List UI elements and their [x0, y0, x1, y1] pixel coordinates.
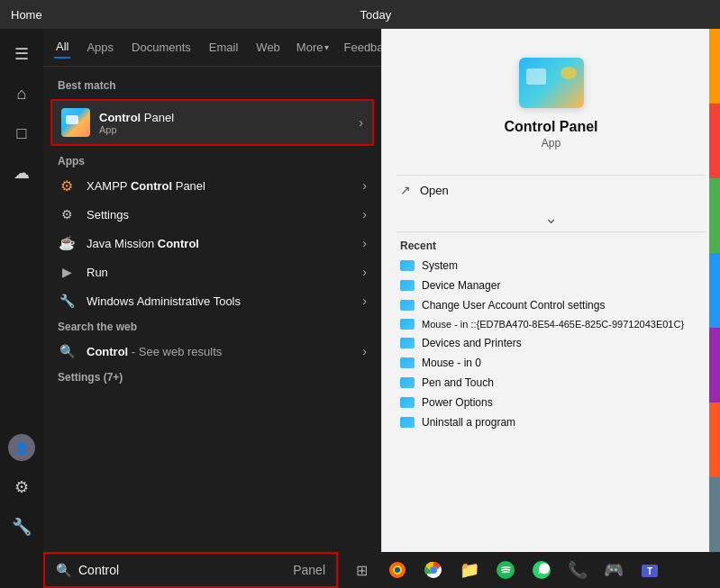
list-item[interactable]: Uninstall a program [400, 412, 702, 432]
xampp-icon: ⚙ [58, 176, 76, 194]
recent-icon [400, 377, 415, 388]
list-item[interactable]: Mouse - in 0 [400, 353, 702, 373]
sidebar-gear-icon[interactable]: ⚙ [4, 469, 40, 505]
best-match-label: Best match [43, 74, 381, 95]
recent-device-manager: Device Manager [422, 279, 702, 292]
settings-name: Settings [87, 208, 362, 222]
recent-section: Recent System Device Manager Change User… [382, 232, 720, 436]
best-match-text: Control Panel App [99, 111, 359, 135]
tab-apps[interactable]: Apps [85, 37, 115, 58]
top-bar-center: Today [360, 8, 391, 22]
java-arrow: › [362, 236, 367, 250]
main-container: ☰ ⌂ □ ☁ 👤 ⚙ 🔧 All Apps Documents Email W… [0, 29, 720, 588]
tab-documents[interactable]: Documents [130, 37, 193, 58]
list-item[interactable]: Device Manager [400, 276, 702, 295]
taskbar-firefox-icon[interactable] [381, 554, 414, 586]
control-panel-icon [61, 108, 90, 137]
apps-section-label: Apps [43, 149, 381, 171]
list-item[interactable]: ▶ Run › [43, 258, 381, 286]
run-icon: ▶ [58, 263, 76, 281]
open-label: Open [420, 184, 449, 197]
list-item[interactable]: Mouse - in ::{ED7BA470-8E54-465E-825C-99… [400, 315, 702, 333]
search-icon: 🔍 [56, 563, 71, 577]
tag-strip [709, 29, 720, 552]
search-input[interactable] [78, 563, 286, 577]
search-web-icon: 🔍 [58, 342, 76, 360]
top-bar-left: Home [11, 8, 42, 22]
best-match-arrow: › [359, 115, 363, 130]
list-item[interactable]: ⚙ XAMPP Control Panel › [43, 171, 381, 200]
list-item[interactable]: Pen and Touch [400, 373, 702, 393]
open-icon: ↗ [400, 183, 411, 197]
admin-tools-text: Windows Administrative Tools [87, 294, 362, 308]
taskbar-task-view-icon[interactable]: ⊞ [345, 554, 378, 586]
tab-more-label: More [296, 41, 324, 54]
tag-grey [709, 477, 720, 552]
run-text: Run [87, 266, 362, 279]
taskbar-explorer-icon[interactable]: 📁 [453, 554, 486, 586]
sidebar-home-icon[interactable]: ⌂ [4, 76, 40, 112]
list-item[interactable]: Devices and Printers [400, 333, 702, 353]
right-panel-title: Control Panel [504, 119, 597, 135]
sidebar-avatar[interactable]: 👤 [4, 430, 40, 466]
web-search-arrow: › [362, 344, 367, 358]
start-menu: All Apps Documents Email Web More ▾ Feed… [43, 29, 381, 588]
xampp-text: XAMPP Control Panel [87, 179, 362, 193]
web-search-text: Control - See web results [87, 345, 362, 358]
recent-uninstall: Uninstall a program [422, 416, 702, 429]
sidebar: ☰ ⌂ □ ☁ 👤 ⚙ 🔧 [0, 29, 43, 588]
settings-icon: ⚙ [58, 205, 76, 223]
sidebar-document-icon[interactable]: □ [4, 115, 40, 151]
tab-web[interactable]: Web [254, 37, 282, 58]
settings-arrow: › [362, 207, 367, 222]
taskbar-phone-icon[interactable]: 📞 [561, 554, 594, 586]
best-match-name: Control Panel [99, 111, 359, 124]
recent-icon [400, 319, 415, 330]
list-item[interactable]: Power Options [400, 393, 702, 412]
list-item[interactable]: ☕ Java Mission Control › [43, 229, 381, 258]
tag-deep-orange [709, 403, 720, 477]
svg-point-4 [430, 566, 437, 574]
tab-email[interactable]: Email [207, 37, 241, 58]
run-arrow: › [362, 265, 367, 279]
best-match-item[interactable]: Control Panel App › [50, 99, 374, 146]
sidebar-cloud-icon[interactable]: ☁ [4, 155, 40, 191]
recent-power-options: Power Options [422, 396, 702, 409]
chevron-down-icon: ⌄ [544, 208, 558, 228]
tab-more[interactable]: More ▾ [296, 41, 330, 54]
sidebar-tools-icon[interactable]: 🔧 [4, 509, 40, 545]
expand-button[interactable]: ⌄ [382, 204, 720, 231]
taskbar-game-icon[interactable]: 🎮 [597, 554, 630, 586]
list-item[interactable]: ⚙ Settings › [43, 200, 381, 229]
best-match-rest: Panel [141, 111, 174, 124]
taskbar: ⊞ 📁 📞 🎮 T [338, 552, 720, 588]
xampp-arrow: › [362, 178, 367, 193]
best-match-sub: App [99, 124, 359, 135]
taskbar-chat-icon[interactable] [525, 554, 558, 586]
web-search-label: Search the web [43, 315, 381, 337]
tag-blue [709, 253, 720, 328]
web-search-item[interactable]: 🔍 Control - See web results › [43, 337, 381, 366]
recent-label: Recent [400, 240, 702, 252]
recent-icon [400, 280, 415, 291]
admin-tools-name: Windows Administrative Tools [87, 294, 362, 308]
recent-icon [400, 357, 415, 368]
list-item[interactable]: Change User Account Control settings [400, 295, 702, 315]
taskbar-spotify-icon[interactable] [489, 554, 522, 586]
sidebar-menu-icon[interactable]: ☰ [4, 36, 40, 72]
taskbar-chrome-icon[interactable] [417, 554, 450, 586]
search-placeholder-text: Panel [293, 563, 325, 577]
tab-all[interactable]: All [54, 36, 70, 59]
taskbar-teams-icon[interactable]: T [633, 554, 666, 586]
svg-point-2 [395, 567, 400, 573]
control-panel-large-icon [519, 58, 584, 108]
admin-tools-arrow: › [362, 294, 367, 308]
java-icon: ☕ [58, 234, 76, 252]
recent-devices-printers: Devices and Printers [422, 337, 702, 349]
open-button[interactable]: ↗ Open [382, 176, 720, 204]
list-item[interactable]: 🔧 Windows Administrative Tools › [43, 286, 381, 315]
settings-count-label: Settings (7+) [43, 366, 381, 387]
top-bar: Home Today [0, 0, 720, 29]
list-item[interactable]: System [400, 256, 702, 276]
run-name: Run [87, 266, 362, 279]
